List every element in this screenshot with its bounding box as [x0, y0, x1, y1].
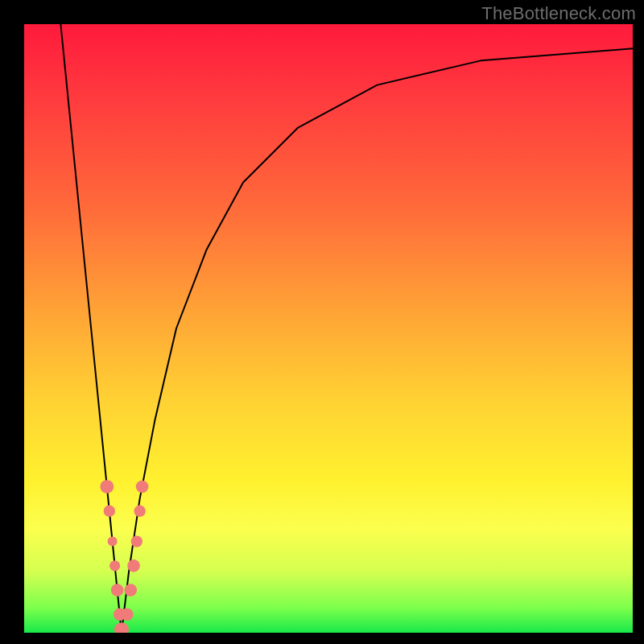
marker-point [114, 622, 129, 633]
marker-point [131, 535, 142, 547]
marker-point [136, 481, 149, 493]
marker-point [104, 506, 115, 517]
curve-right-branch [122, 48, 633, 633]
marker-point [121, 609, 134, 621]
marker-point [109, 560, 120, 571]
watermark-text: TheBottleneck.com [481, 3, 636, 24]
marker-point [111, 584, 124, 597]
marker-point [125, 584, 138, 597]
marker-point [134, 506, 145, 517]
curve-layer [60, 24, 633, 633]
marker-point [108, 537, 118, 547]
plot-area [24, 24, 633, 633]
chart-frame: TheBottleneck.com [0, 0, 644, 644]
marker-point [127, 559, 140, 572]
chart-svg [24, 24, 633, 633]
marker-point [100, 480, 114, 493]
marker-layer [100, 480, 148, 633]
